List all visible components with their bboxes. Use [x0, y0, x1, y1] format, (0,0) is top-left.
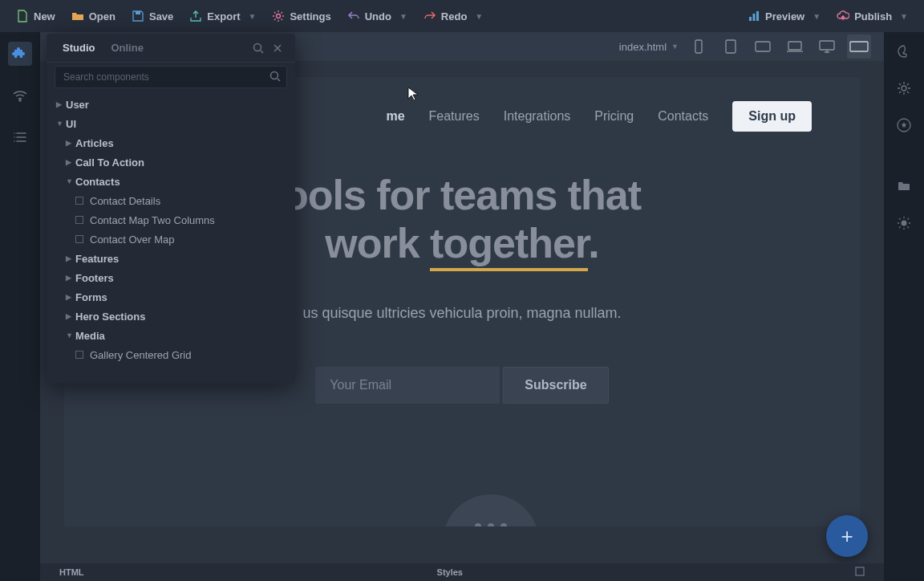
- desktop-icon: [818, 39, 836, 54]
- tree-articles[interactable]: Articles: [47, 133, 295, 152]
- save-icon: [132, 10, 144, 22]
- theme-rail-button[interactable]: [894, 213, 914, 233]
- tree-contact-details[interactable]: Contact Details: [47, 191, 295, 210]
- star-circle-icon: [897, 118, 911, 132]
- chevron-down-icon: ▼: [249, 12, 257, 21]
- redo-icon: [424, 10, 436, 22]
- tab-styles[interactable]: Styles: [437, 567, 463, 577]
- tablet-portrait-icon: [724, 39, 737, 54]
- undo-label: Undo: [365, 10, 391, 22]
- device-phone-button[interactable]: [687, 35, 711, 59]
- svg-point-1: [277, 14, 281, 18]
- right-rail: [884, 32, 924, 581]
- hero-underline-word: together: [430, 220, 588, 271]
- svg-point-6: [902, 86, 906, 91]
- puzzle-icon: [12, 46, 28, 62]
- tree-ui[interactable]: UI: [47, 114, 295, 133]
- export-label: Export: [207, 10, 240, 22]
- folder-rail-button[interactable]: [894, 177, 914, 196]
- svg-rect-12: [788, 42, 801, 50]
- tab-online[interactable]: Online: [103, 34, 151, 62]
- settings-button[interactable]: Settings: [264, 5, 338, 27]
- redo-button[interactable]: Redo ▼: [415, 5, 491, 27]
- tree-hero[interactable]: Hero Sections: [47, 307, 295, 326]
- open-button[interactable]: Open: [63, 5, 124, 27]
- dot-icon: [475, 523, 481, 526]
- tree-contact-over-map[interactable]: Contact Over Map: [47, 230, 295, 249]
- components-rail-button[interactable]: [8, 42, 32, 66]
- wide-icon: [849, 40, 869, 53]
- gear-icon: [897, 81, 911, 95]
- nav-contacts[interactable]: Contacts: [658, 109, 708, 124]
- tree-features[interactable]: Features: [47, 249, 295, 268]
- tree-user[interactable]: User: [47, 95, 295, 114]
- new-label: New: [34, 10, 55, 22]
- chevron-down-icon: ▼: [399, 12, 407, 21]
- search-input[interactable]: [55, 66, 287, 88]
- publish-button[interactable]: Publish ▼: [829, 5, 916, 27]
- tree-forms[interactable]: Forms: [47, 287, 295, 307]
- search-toggle-button[interactable]: [249, 39, 268, 58]
- sun-icon: [897, 216, 911, 230]
- wifi-rail-button[interactable]: [8, 83, 32, 108]
- save-button[interactable]: Save: [124, 5, 181, 27]
- tree-cta[interactable]: Call To Action: [47, 152, 295, 172]
- palette-icon: [897, 44, 911, 59]
- device-tablet-landscape-button[interactable]: [751, 35, 775, 59]
- tablet-landscape-icon: [755, 40, 771, 53]
- nav-integrations[interactable]: Integrations: [504, 109, 571, 124]
- chevron-down-icon: ▼: [671, 43, 679, 51]
- device-wide-button[interactable]: [847, 35, 871, 59]
- nav-home[interactable]: me: [386, 109, 404, 124]
- svg-point-8: [902, 221, 907, 226]
- device-tablet-portrait-button[interactable]: [719, 35, 743, 59]
- subscribe-button[interactable]: Subscribe: [503, 367, 608, 404]
- file-dropdown[interactable]: index.html ▼: [619, 41, 679, 53]
- dot-icon: [488, 523, 494, 526]
- hero-line2-c: .: [588, 220, 598, 266]
- add-fab-button[interactable]: +: [826, 515, 868, 557]
- gear-rail-button[interactable]: [894, 79, 914, 98]
- email-input[interactable]: [315, 367, 500, 404]
- export-button[interactable]: Export ▼: [181, 5, 264, 27]
- settings-label: Settings: [290, 10, 330, 22]
- device-laptop-button[interactable]: [783, 35, 807, 59]
- list-rail-button[interactable]: [8, 125, 32, 149]
- save-label: Save: [149, 10, 173, 22]
- tab-studio[interactable]: Studio: [55, 34, 103, 62]
- nav-features[interactable]: Features: [429, 109, 480, 124]
- tree-contact-map-two[interactable]: Contact Map Two Columns: [47, 210, 295, 230]
- bottom-tabs: HTML Styles: [40, 563, 884, 581]
- left-rail: [0, 32, 40, 581]
- svg-rect-4: [756, 11, 759, 21]
- svg-rect-3: [753, 14, 756, 21]
- chevron-down-icon: ▼: [900, 12, 908, 21]
- close-panel-button[interactable]: [268, 39, 287, 58]
- new-button[interactable]: New: [8, 5, 63, 27]
- file-plus-icon: [16, 10, 29, 22]
- hero-line1: ools for teams that: [283, 172, 641, 218]
- svg-rect-0: [136, 11, 140, 14]
- tree-gallery-centered[interactable]: Gallery Centered Grid: [47, 345, 295, 364]
- nav-pricing[interactable]: Pricing: [594, 109, 634, 124]
- phone-icon: [693, 39, 704, 54]
- chevron-down-icon: ▼: [475, 12, 483, 21]
- svg-rect-10: [726, 40, 736, 53]
- expand-icon[interactable]: [855, 567, 865, 578]
- signup-button[interactable]: Sign up: [732, 101, 812, 132]
- chart-icon: [748, 10, 760, 22]
- hero-line2-a: work: [325, 220, 430, 266]
- device-desktop-button[interactable]: [815, 35, 839, 59]
- bottom-bump[interactable]: [443, 494, 539, 526]
- palette-rail-button[interactable]: [894, 42, 914, 61]
- undo-button[interactable]: Undo ▼: [339, 5, 415, 27]
- tab-html[interactable]: HTML: [59, 567, 84, 577]
- star-rail-button[interactable]: [894, 116, 914, 135]
- search-icon: [253, 43, 264, 54]
- tree-contacts[interactable]: Contacts: [47, 172, 295, 191]
- component-tree[interactable]: User UI Articles Call To Action Contacts…: [47, 91, 295, 384]
- tree-footers[interactable]: Footers: [47, 268, 295, 287]
- preview-button[interactable]: Preview ▼: [740, 5, 829, 27]
- tree-media[interactable]: Media: [47, 326, 295, 345]
- folder-icon: [897, 179, 911, 193]
